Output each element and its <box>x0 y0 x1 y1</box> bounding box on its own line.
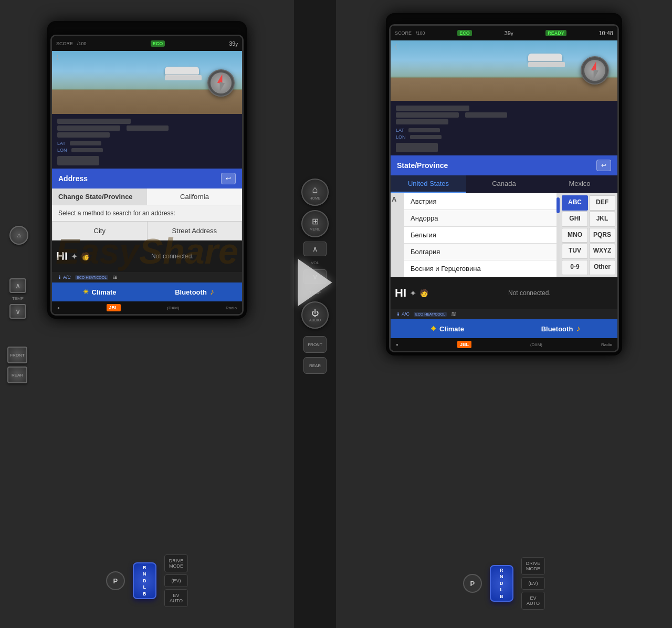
climate-bar-right: HI ✦ 🧑 Not connected. <box>391 277 617 309</box>
hi-temp-left: HI <box>56 249 68 263</box>
state-province-title: State/Province <box>397 161 448 170</box>
state-province-header: State/Province ↩ <box>391 155 617 175</box>
state-item-4[interactable]: Босния и Герцеговина <box>404 260 556 277</box>
dxm-label-left: (DXM) <box>167 306 179 310</box>
ground-right <box>391 78 617 101</box>
climate-icon-left: ☀ <box>83 288 89 296</box>
compass-left <box>207 69 235 97</box>
score-value-left: /100 <box>77 41 87 46</box>
rear-btn-center[interactable]: REAR <box>303 357 327 374</box>
state-item-2[interactable]: Бельгия <box>404 227 556 244</box>
temp-down-button[interactable]: ∨ <box>9 304 26 319</box>
ac-row-left: 🌡 A/C ECO HEAT/COOL ≋ <box>52 272 242 282</box>
bottom-tabs-left: ☀ Climate Bluetooth ♪ <box>52 282 242 301</box>
address-row-r1 <box>396 106 612 111</box>
score-label-right: SCORE <box>395 30 412 36</box>
not-connected-left: Not connected. <box>147 250 242 262</box>
alpha-ghi[interactable]: GHI <box>562 212 588 227</box>
front-button[interactable]: FRONT <box>7 347 27 363</box>
right-map-area: ⟨ <box>391 40 617 101</box>
drive-mode-btn-left[interactable]: DRIVEMODE <box>164 554 188 572</box>
alpha-def[interactable]: DEF <box>589 195 615 211</box>
street-btn-left[interactable]: Street Address <box>147 221 243 240</box>
temp-up-button[interactable]: ∧ <box>9 278 26 293</box>
park-button-left[interactable]: P <box>106 571 125 590</box>
mexico-tab[interactable]: Mexico <box>542 175 617 193</box>
compass-inner-right <box>584 60 605 81</box>
climate-tab-right[interactable]: ☀ Climate <box>391 319 504 338</box>
state-value-left: California <box>147 189 242 205</box>
alpha-mno[interactable]: MNO <box>562 228 588 243</box>
state-item-3[interactable]: Болгария <box>404 244 556 260</box>
address-row-3 <box>57 132 237 138</box>
city-btn-left[interactable]: City <box>52 221 147 240</box>
state-item-0[interactable]: Австрия <box>404 193 556 210</box>
jbl-badge-right: JBL <box>457 341 471 348</box>
right-topbar: SCORE /100 ECO 39y READY 10:48 <box>391 26 617 40</box>
warning-button[interactable]: ⚠ <box>9 226 28 245</box>
blurred-btn-right <box>396 143 438 152</box>
state-letter-col: A <box>391 193 404 277</box>
right-screen-bezel: SCORE /100 ECO 39y READY 10:48 <box>386 13 622 355</box>
ev-auto-btn-right[interactable]: EVAUTO <box>521 592 545 610</box>
eco-badge-right: ECO <box>457 30 472 36</box>
state-row-left[interactable]: Change State/Province California <box>52 189 242 205</box>
address-row-2 <box>57 125 237 131</box>
ev-auto-btn-left[interactable]: EVAUTO <box>164 589 188 607</box>
us-tab[interactable]: United States <box>391 175 466 193</box>
address-back-btn-left[interactable]: ↩ <box>221 173 236 184</box>
gear-shifter-left[interactable]: RNDLB <box>133 562 156 599</box>
state-item-1[interactable]: Андорра <box>404 210 556 227</box>
menu-button[interactable]: ⊞ MENU <box>301 210 329 237</box>
fan-icon-right: ✦ <box>410 288 416 298</box>
climate-section-left: HI ✦ 🧑 <box>52 247 147 265</box>
left-dashboard-panel: EasyShare ⚠ ∧ TEMP ∨ FRONT REAR SCORE /1… <box>0 0 294 628</box>
nav-info-right: LAT LON <box>391 101 617 155</box>
music-note-right: ♪ <box>576 324 580 333</box>
front-btn-center[interactable]: FRONT <box>303 336 327 353</box>
home-label: HOME <box>310 196 321 200</box>
ev-btn-right[interactable]: (EV) <box>521 577 545 590</box>
right-dashboard-panel: SCORE /100 ECO 39y READY 10:48 <box>336 0 672 628</box>
vol-up-button[interactable]: ∧ <box>303 242 327 256</box>
search-label-left: Select a method to search for an address… <box>52 205 242 221</box>
home-button[interactable]: ⌂ HOME <box>301 179 329 206</box>
state-label-left: Change State/Province <box>52 189 147 205</box>
alphabet-grid: ABC DEF GHI JKL MNO PQRS TUV WXYZ 0-9 Ot… <box>560 193 617 277</box>
score-area-right: SCORE /100 <box>395 30 425 36</box>
bluetooth-tab-right[interactable]: Bluetooth ♪ <box>504 319 617 338</box>
bluetooth-tab-left[interactable]: Bluetooth ♪ <box>147 282 242 301</box>
scroll-indicator[interactable] <box>556 193 560 277</box>
music-note-left: ♪ <box>210 287 214 297</box>
score-value-right: /100 <box>416 30 425 36</box>
eco-cool-left: ECO HEAT/COOL <box>75 275 108 280</box>
rear-label-center: REAR <box>309 363 321 368</box>
alpha-09[interactable]: 0-9 <box>562 260 588 275</box>
alpha-other[interactable]: Other <box>589 260 615 275</box>
rear-button[interactable]: REAR <box>7 367 27 383</box>
canada-tab[interactable]: Canada <box>466 175 542 193</box>
address-header-left: Address ↩ <box>52 169 242 189</box>
alpha-abc[interactable]: ABC <box>562 195 588 211</box>
footer-label-left: ● <box>57 306 60 310</box>
drive-mode-btn-right[interactable]: DRIVEMODE <box>521 557 545 575</box>
ev-btn-left[interactable]: (EV) <box>164 574 188 587</box>
state-province-back-btn[interactable]: ↩ <box>596 160 611 171</box>
blurred-btn-left <box>57 156 99 165</box>
alpha-jkl[interactable]: JKL <box>589 212 615 227</box>
scroll-thumb <box>556 197 560 213</box>
compass-right <box>581 56 609 85</box>
right-screen: SCORE /100 ECO 39y READY 10:48 <box>389 24 619 352</box>
search-buttons-left: City Street Address <box>52 221 242 240</box>
ac-row-right: 🌡 A/C ECO HEAT/COOL ≋ <box>391 309 617 319</box>
alpha-tuv[interactable]: TUV <box>562 244 588 259</box>
gear-shifter-right[interactable]: RNDLB <box>490 565 513 602</box>
park-button-right[interactable]: P <box>463 574 482 593</box>
nav-icon-top-right: ⟨ <box>395 43 397 50</box>
climate-section-right: HI ✦ 🧑 <box>391 284 504 302</box>
time-right: 10:48 <box>598 30 613 36</box>
alpha-wxyz[interactable]: WXYZ <box>589 244 615 259</box>
climate-tab-left[interactable]: ☀ Climate <box>52 282 147 301</box>
jbl-badge-left: JBL <box>107 304 121 311</box>
alpha-pqrs[interactable]: PQRS <box>589 228 615 243</box>
